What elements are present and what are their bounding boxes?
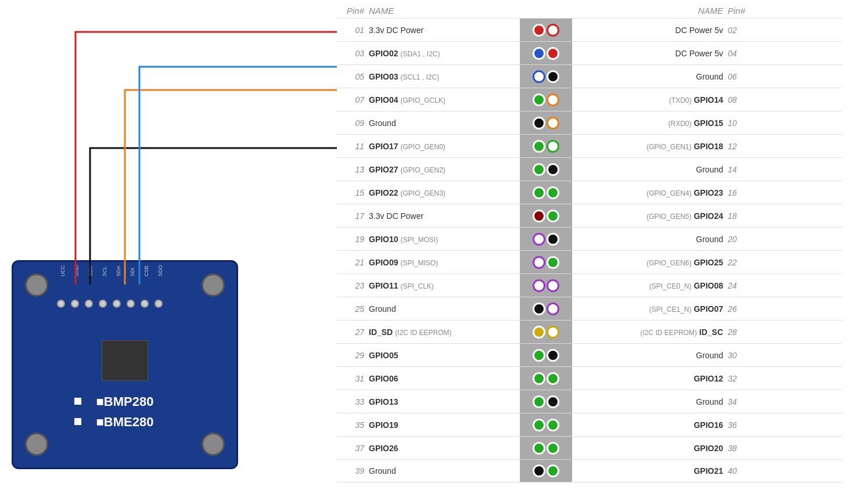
pin-row: 25Ground(SPI_CE1_N) GPIO0726 [337, 297, 842, 320]
pin-name-left: GPIO02 (SDA1 , I2C) [369, 49, 520, 58]
pin-dot [547, 303, 559, 315]
bme-label: ■BME280 [96, 415, 154, 430]
pin-row: 35GPIO19 GPIO1636 [337, 413, 842, 436]
sensor-hole-tl [25, 273, 48, 297]
pin-name-left: Ground [369, 118, 520, 128]
pin-name-right: GPIO12 [572, 374, 723, 383]
pin-number-left: 35 [337, 420, 369, 430]
pin-number-left: 01 [337, 26, 369, 35]
pin-visual [520, 274, 572, 297]
pin-dot [533, 326, 545, 339]
pin-name-right: Ground [572, 72, 723, 81]
pin-number-right: 14 [723, 165, 755, 174]
pin-dot [533, 186, 545, 199]
pin-number-left: 05 [337, 72, 369, 81]
pin-dot [533, 233, 545, 246]
pin-name-left: GPIO10 (SPI_MOSI) [369, 235, 520, 244]
pin-dot [547, 349, 559, 362]
pin-name-left: GPIO04 (GPIO_GCLK) [369, 95, 520, 105]
pin-row: 27ID_SD (I2C ID EEPROM)(I2C ID EEPROM) I… [337, 320, 842, 343]
pin-row: 07GPIO04 (GPIO_GCLK)(TXD0) GPIO1408 [337, 88, 842, 111]
bmp-square [74, 398, 81, 405]
pin-name-right: (RXD0) GPIO15 [572, 118, 723, 128]
pin-name-left: GPIO22 (GPIO_GEN3) [369, 188, 520, 197]
pin-name-right: (GPIO_GEN5) GPIO24 [572, 211, 723, 221]
pin-number-right: 40 [723, 466, 755, 476]
pin-visual [520, 135, 572, 157]
pin-name-right: Ground [572, 165, 723, 174]
pin-visual [520, 297, 572, 320]
pin-visual [520, 42, 572, 64]
pin-dot [533, 24, 545, 37]
main-container: UCC GND SCK SCL SDA SDI CSB SDO [0, 0, 848, 504]
pin-visual [520, 413, 572, 436]
pin-visual [520, 390, 572, 413]
sensor-chip [102, 340, 148, 381]
pin-name-right: GPIO16 [572, 420, 723, 430]
pin-number-left: 27 [337, 327, 369, 337]
pin-number-left: 39 [337, 466, 369, 476]
pin-name-left: GPIO17 (GPIO_GEN0) [369, 142, 520, 151]
pin-dot [547, 419, 559, 431]
pin-number-right: 30 [723, 351, 755, 360]
pin-dot [547, 47, 559, 60]
pin-name-left: Ground [369, 304, 520, 314]
pin-number-left: 03 [337, 49, 369, 58]
pin-name-right: (I2C ID EEPROM) ID_SC [572, 327, 723, 337]
header-pin-right: Pin# [723, 6, 755, 16]
pin-dot [533, 117, 545, 129]
bmp-label: ■BMP280 [96, 394, 154, 409]
pin-row: 19GPIO10 (SPI_MOSI)Ground20 [337, 227, 842, 250]
pin-number-right: 18 [723, 211, 755, 221]
pin-number-left: 33 [337, 397, 369, 406]
pin-name-right: (GPIO_GEN6) GPIO25 [572, 258, 723, 267]
pin-name-left: GPIO05 [369, 351, 520, 360]
pin-dot [547, 70, 559, 83]
pin-dot [547, 233, 559, 246]
pin-row: 37GPIO26 GPIO2038 [337, 436, 842, 459]
pin-name-right: (GPIO_GEN1) GPIO18 [572, 142, 723, 151]
pin-dot [547, 442, 559, 455]
pin-number-right: 34 [723, 397, 755, 406]
pin-number-left: 25 [337, 304, 369, 314]
pin-row: 21GPIO09 (SPI_MISO)(GPIO_GEN6) GPIO2522 [337, 250, 842, 273]
pin-dot [533, 93, 545, 106]
pin-dot [547, 256, 559, 269]
pin-visual [520, 460, 572, 482]
pin-name-left: GPIO03 (SCL1 , I2C) [369, 72, 520, 81]
pin-name-left: GPIO27 (GPIO_GEN2) [369, 165, 520, 174]
pin-row: 11GPIO17 (GPIO_GEN0)(GPIO_GEN1) GPIO1812 [337, 134, 842, 157]
pin-dot [533, 70, 545, 83]
pin-name-left: GPIO11 (SPI_CLK) [369, 281, 520, 290]
pin-dot [533, 395, 545, 408]
pin-dot [533, 372, 545, 385]
pin-name-left: ID_SD (I2C ID EEPROM) [369, 327, 520, 337]
pin-row: 39Ground GPIO2140 [337, 459, 842, 483]
pin-dot [547, 372, 559, 385]
pin-number-right: 38 [723, 444, 755, 453]
pin-name-right: GPIO20 [572, 444, 723, 453]
pin-number-right: 08 [723, 95, 755, 105]
pin-row: 23GPIO11 (SPI_CLK)(SPI_CE0_N) GPIO0824 [337, 273, 842, 297]
pin-number-right: 36 [723, 420, 755, 430]
pin-name-right: GPIO21 [572, 466, 723, 476]
pin-number-right: 26 [723, 304, 755, 314]
pin-dot [533, 279, 545, 292]
pin-name-left: 3.3v DC Power [369, 211, 520, 221]
pin-visual [520, 111, 572, 134]
pin-name-left: GPIO13 [369, 397, 520, 406]
pin-row: 15GPIO22 (GPIO_GEN3)(GPIO_GEN4) GPIO2316 [337, 181, 842, 204]
bme-square [74, 418, 81, 425]
pin-name-left: GPIO09 (SPI_MISO) [369, 258, 520, 267]
pin-dot [547, 210, 559, 222]
pin-visual [520, 321, 572, 343]
pin-dot [547, 326, 559, 339]
pin-dot [533, 256, 545, 269]
pin-dot [547, 93, 559, 106]
pin-rows-container: 013.3v DC PowerDC Power 5v0203GPIO02 (SD… [337, 18, 842, 483]
pin-name-right: Ground [572, 397, 723, 406]
pin-visual [520, 251, 572, 273]
pin-dot [547, 279, 559, 292]
pin-number-right: 04 [723, 49, 755, 58]
pin-number-left: 11 [337, 142, 369, 151]
